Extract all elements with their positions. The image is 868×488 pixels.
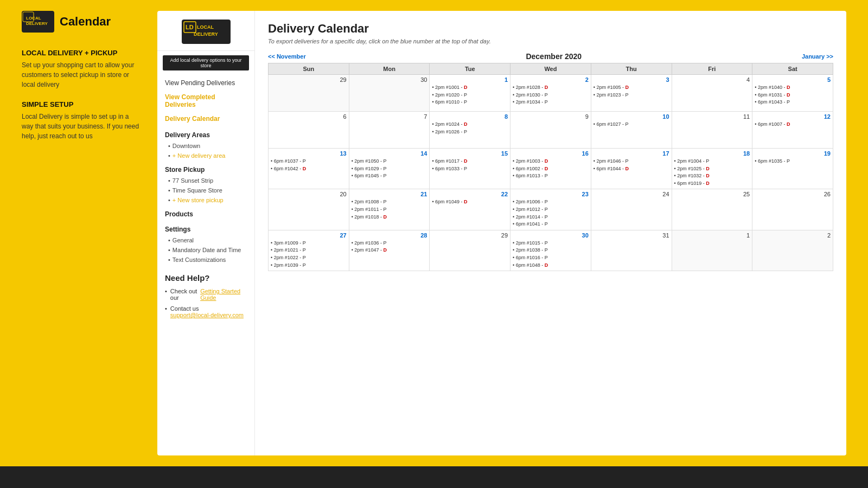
brand-svg: LOCAL DELIVERY LD [182,20,231,44]
store-pickup-section: Store Pickup [157,160,254,176]
calendar-entry: • 6pm #1029 - P [352,165,427,172]
col-header-thu: Thu [591,63,672,75]
day-number[interactable]: 10 [593,113,669,120]
day-number[interactable]: 2 [513,76,589,83]
calendar-cell: 24 [591,189,672,230]
day-number[interactable]: 13 [271,150,347,157]
calendar-week-0: 29301• 2pm #1001 - D• 2pm #1020 - P• 6pm… [269,75,833,112]
day-number: 24 [593,191,669,197]
day-number[interactable]: 5 [755,76,831,83]
day-number[interactable]: 15 [432,150,508,157]
calendar-entry: • 2pm #1039 - P [271,262,347,269]
logo-icon: LOCAL DELIVERY [22,11,54,33]
day-number[interactable]: 22 [432,191,508,197]
calendar-cell: 25 [672,189,752,230]
day-number: 26 [755,191,831,197]
section1-desc: Set up your shopping cart to allow your … [22,60,141,89]
delivery-area-downtown[interactable]: Downtown [157,141,254,151]
calendar-entry: • 2pm #1001 - D [432,84,508,91]
calendar-cell: 20 [269,189,349,230]
calendar-entry: • 2pm #1006 - P [513,198,589,206]
day-number[interactable]: 8 [432,113,508,120]
delivery-areas-section: Delivery Areas [157,126,254,141]
svg-text:LD: LD [186,24,194,30]
day-number[interactable]: 16 [513,150,589,157]
settings-text-custom[interactable]: Text Customizations [157,255,254,265]
header-logo-area: LOCAL DELIVERY Calendar [22,11,141,33]
calendar-cell: 7 [349,112,430,149]
day-number[interactable]: 21 [352,191,427,197]
new-store-pickup-button[interactable]: + New store pickup [157,195,254,205]
store-time-square[interactable]: Time Square Store [157,185,254,195]
day-number: 11 [674,113,750,120]
calendar-entry: • 2pm #1046 - P [593,158,669,165]
calendar-entry: • 6pm #1002 - D [513,165,589,172]
support-email-link[interactable]: support@local-delivery.com [170,312,244,318]
day-number[interactable]: 27 [271,232,347,239]
day-number[interactable]: 28 [352,232,427,239]
prev-month-button[interactable]: << November [268,53,306,60]
calendar-cell: 15• 6pm #1017 - D• 6pm #1033 - P [430,149,510,189]
calendar-cell: 4 [672,75,752,112]
calendar-cell: 10• 6pm #1027 - P [591,112,672,149]
calendar-entry: • 2pm #1012 - P [513,206,589,213]
day-number: 29 [432,232,508,239]
calendar-cell: 3• 2pm #1005 - D• 2pm #1023 - P [591,75,672,112]
calendar-week-4: 27• 3pm #1009 - P• 2pm #1021 - P• 2pm #1… [269,230,833,271]
calendar-cell: 30• 2pm #1015 - P• 2pm #1038 - P• 6pm #1… [510,230,591,271]
svg-text:LOCAL: LOCAL [197,24,214,30]
calendar-cell: 1• 2pm #1001 - D• 2pm #1020 - P• 6pm #10… [430,75,510,112]
calendar-cell: 6 [269,112,349,149]
day-number[interactable]: 3 [593,76,669,83]
calendar-entry: • 2pm #1025 - D [674,165,750,172]
settings-mandatory-date[interactable]: Mandatory Date and Time [157,245,254,255]
day-number[interactable]: 14 [352,150,427,157]
calendar-cell: 23• 2pm #1006 - P• 2pm #1012 - P• 2pm #1… [510,189,591,230]
calendar-cell: 27• 3pm #1009 - P• 2pm #1021 - P• 2pm #1… [269,230,349,271]
calendar-entry: • 6pm #1027 - P [593,121,669,128]
calendar-cell: 11 [672,112,752,149]
left-panel: LOCAL DELIVERY Calendar LOCAL DELIVERY +… [22,11,141,455]
getting-started-link[interactable]: Getting Started Guide [200,288,247,301]
add-delivery-button[interactable]: Add local delivery options to your store [163,55,249,70]
calendar-entry: • 6pm #1043 - P [755,99,831,106]
calendar-cell: 1 [672,230,752,271]
calendar-cell: 31 [591,230,672,271]
day-number[interactable]: 30 [513,232,589,239]
day-number[interactable]: 23 [513,191,589,197]
calendar-entry: • 2pm #1032 - D [674,172,750,179]
calendar-entry: • 6pm #1041 - P [513,221,589,228]
calendar-entry: • 6pm #1049 - D [432,198,508,206]
store-77-sunset[interactable]: 77 Sunset Strip [157,176,254,185]
day-number[interactable]: 19 [755,150,831,157]
calendar-entry: • 6pm #1045 - P [352,172,427,179]
sidebar-delivery-calendar[interactable]: Delivery Calendar [157,112,254,126]
day-number: 7 [352,113,427,120]
col-header-sat: Sat [752,63,833,75]
calendar-entry: • 3pm #1009 - P [271,240,347,247]
products-section: Products [157,205,254,220]
sidebar-view-pending[interactable]: View Pending Deliveries [157,76,254,90]
calendar-cell: 16• 2pm #1003 - D• 6pm #1002 - D• 6pm #1… [510,149,591,189]
day-number: 9 [513,113,589,120]
col-header-wed: Wed [510,63,591,75]
day-number[interactable]: 12 [755,113,831,120]
calendar-cell: 14• 2pm #1050 - P• 6pm #1029 - P• 6pm #1… [349,149,430,189]
settings-general[interactable]: General [157,235,254,245]
brand-logo: LOCAL DELIVERY LD [157,20,254,51]
calendar-entry: • 2pm #1008 - P [352,198,427,206]
calendar-entry: • 2pm #1047 - D [352,247,427,254]
calendar-entry: • 2pm #1020 - P [432,92,508,99]
day-number[interactable]: 17 [593,150,669,157]
next-month-button[interactable]: January >> [802,53,833,60]
col-header-tue: Tue [430,63,510,75]
calendar-entry: • 6pm #1016 - P [513,254,589,261]
calendar-entry: • 2pm #1005 - D [593,84,669,91]
calendar-entry: • 2pm #1011 - P [352,206,427,213]
day-number[interactable]: 1 [432,76,508,83]
calendar-entry: • 2pm #1050 - P [352,158,427,165]
calendar-cell: 19• 6pm #1035 - P [752,149,833,189]
sidebar-view-completed[interactable]: View Completed Deliveries [157,90,254,112]
day-number[interactable]: 18 [674,150,750,157]
new-delivery-area-button[interactable]: + New delivery area [157,151,254,160]
